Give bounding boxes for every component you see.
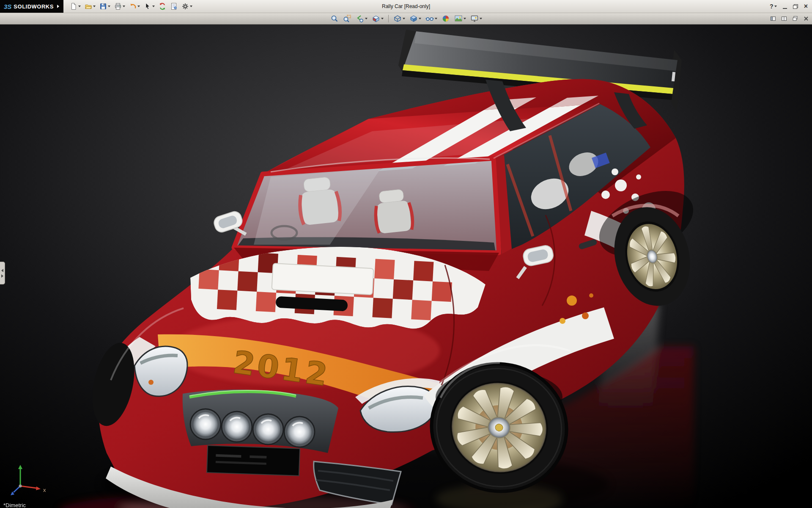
open-folder-icon (85, 3, 92, 10)
close-icon: × (804, 4, 808, 9)
file-properties-icon (170, 3, 178, 10)
minimize-button[interactable] (783, 4, 787, 9)
help-icon: ? (770, 3, 774, 10)
triad-y-axis-icon (18, 465, 22, 469)
restore-button[interactable] (793, 4, 798, 9)
pane-left-button[interactable] (769, 15, 777, 22)
license-plate (207, 445, 300, 476)
dropdown-caret-icon (190, 6, 192, 7)
dropdown-caret-icon (365, 18, 368, 19)
dropdown-caret-icon (152, 6, 155, 7)
dropdown-caret-icon (137, 6, 140, 7)
dropdown-caret-icon (480, 18, 482, 19)
triad-x-label: x (43, 487, 46, 493)
viewport-close-button[interactable] (802, 15, 810, 22)
zoom-to-area-icon (343, 14, 351, 23)
dropdown-caret-icon (381, 18, 384, 19)
expand-right-icon (1, 274, 3, 278)
section-view-icon (372, 14, 380, 23)
title-bar: 3S SOLIDWORKS (0, 0, 812, 13)
display-style-button[interactable] (408, 14, 422, 23)
dropdown-caret-icon (123, 6, 125, 7)
open-button[interactable] (83, 2, 97, 11)
glasses-icon (425, 14, 434, 23)
dropdown-caret-icon (419, 18, 421, 19)
new-document-icon (70, 3, 77, 10)
view-settings-button[interactable] (469, 14, 483, 23)
help-button[interactable]: ? (770, 3, 777, 10)
dropdown-caret-icon (108, 6, 110, 7)
save-floppy-icon (99, 3, 107, 10)
dropdown-caret-icon (403, 18, 405, 19)
previous-view-button[interactable] (354, 14, 369, 23)
menu-flyout-arrow-icon (57, 5, 59, 8)
scene-landscape-icon (454, 14, 463, 23)
dropdown-caret-icon (435, 18, 437, 19)
zoom-to-fit-button[interactable] (329, 14, 340, 23)
heads-up-buttons (329, 14, 483, 23)
file-properties-button[interactable] (169, 2, 179, 11)
hide-show-items-button[interactable] (424, 14, 439, 23)
restore-windows-icon (792, 16, 798, 22)
apply-scene-button[interactable] (453, 14, 467, 23)
new-document-button[interactable] (69, 2, 82, 11)
edit-appearance-button[interactable] (440, 14, 451, 23)
heads-up-toolbar (0, 13, 812, 25)
view-settings-monitor-icon (470, 14, 479, 23)
undo-arrow-icon (129, 3, 137, 10)
feature-tree-collapse-tab[interactable] (0, 262, 5, 284)
print-button[interactable] (113, 2, 126, 11)
viewport-restore-button[interactable] (791, 15, 799, 22)
dropdown-caret-icon (774, 6, 777, 7)
restore-icon (793, 4, 798, 9)
previous-view-icon (356, 14, 364, 23)
rebuild-button[interactable] (157, 2, 167, 11)
3ds-logo-mark: 3S (4, 3, 11, 10)
dropdown-caret-icon (93, 6, 96, 7)
dropdown-caret-icon (78, 6, 81, 7)
triad-x-axis-icon (36, 486, 41, 490)
appearance-ball-icon (442, 14, 450, 23)
display-style-cube-icon (409, 14, 418, 23)
pane-split-icon (781, 16, 787, 22)
window-controls: ? × (770, 3, 812, 10)
undo-button[interactable] (128, 2, 141, 11)
solidworks-wordmark: SOLIDWORKS (14, 3, 54, 10)
view-orientation-cube-icon (393, 14, 402, 23)
solidworks-logo[interactable]: 3S SOLIDWORKS (0, 0, 63, 13)
close-button[interactable]: × (804, 4, 808, 9)
rebuild-icon (159, 3, 166, 10)
close-x-icon (803, 16, 809, 22)
toolbar-separator (388, 15, 389, 22)
minimize-icon (783, 4, 787, 9)
save-button[interactable] (98, 2, 112, 11)
view-orientation-label: *Dimetric (3, 502, 26, 508)
hood-scoop-panel (272, 263, 373, 295)
solidworks-window: 3S SOLIDWORKS (0, 0, 812, 508)
gear-icon (181, 3, 189, 10)
rally-car-model: 2012 (0, 25, 812, 508)
viewport-window-controls (769, 13, 810, 24)
pane-left-icon (770, 16, 776, 22)
standard-toolbar (63, 2, 194, 11)
pane-split-button[interactable] (780, 15, 788, 22)
options-button[interactable] (180, 2, 194, 11)
zoom-to-fit-icon (330, 14, 339, 23)
zoom-to-area-button[interactable] (342, 14, 353, 23)
cursor-arrow-icon (144, 3, 151, 10)
section-view-button[interactable] (370, 14, 385, 23)
windshield (234, 158, 499, 253)
view-orientation-button[interactable] (392, 14, 406, 23)
graphics-viewport[interactable]: 2012 (0, 25, 812, 508)
printer-icon (114, 3, 122, 10)
orientation-triad: x (6, 460, 52, 499)
dropdown-caret-icon (464, 18, 466, 19)
select-button[interactable] (143, 2, 156, 11)
collapse-left-icon (1, 269, 3, 272)
window-title: Rally Car [Read-only] (382, 3, 430, 9)
